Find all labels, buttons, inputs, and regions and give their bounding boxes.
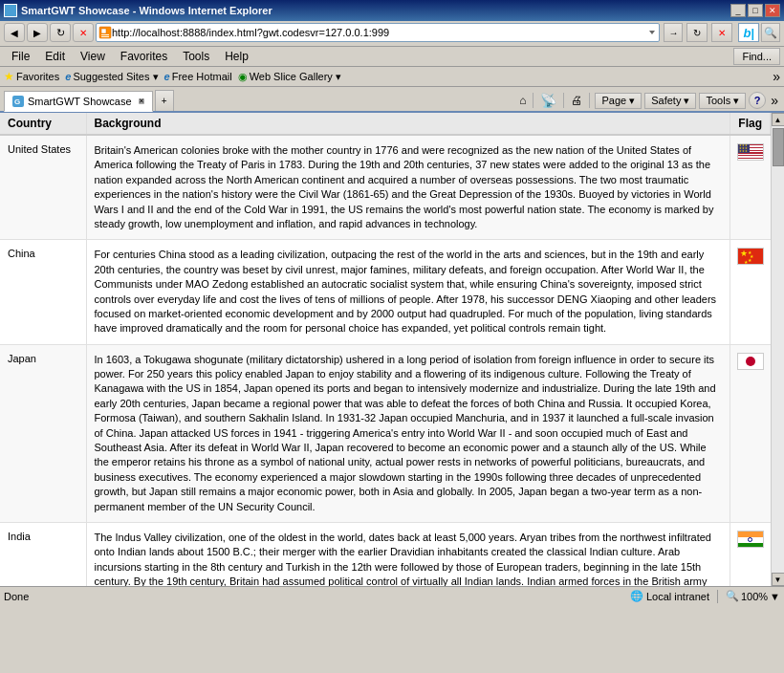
toolbar-sep-3 bbox=[589, 93, 590, 108]
safety-dropdown[interactable]: Safety ▾ bbox=[644, 93, 696, 109]
web-slice-gallery-item[interactable]: ◉ Web Slice Gallery ▾ bbox=[238, 71, 341, 83]
flag-us: ★★★★★★★★★ bbox=[737, 143, 764, 161]
new-tab-button[interactable]: + bbox=[155, 90, 174, 111]
stop-button[interactable]: ✕ bbox=[73, 23, 94, 42]
toolbar-sep-1 bbox=[533, 93, 534, 108]
table-content: Country Background Flag United StatesBri… bbox=[0, 113, 771, 586]
address-bar[interactable] bbox=[96, 23, 660, 42]
col-background[interactable]: Background bbox=[86, 113, 730, 135]
suggested-sites-item[interactable]: e Suggested Sites ▾ bbox=[65, 71, 158, 83]
refresh-btn2[interactable]: ↻ bbox=[686, 23, 708, 42]
maximize-button[interactable]: □ bbox=[748, 4, 763, 17]
svg-rect-3 bbox=[101, 36, 109, 37]
page-icon bbox=[98, 26, 112, 39]
print-button[interactable]: 🖨 bbox=[569, 93, 584, 108]
favorites-label: Favorites bbox=[16, 71, 59, 82]
address-input[interactable] bbox=[112, 27, 645, 38]
table-row: United StatesBritain's American colonies… bbox=[0, 135, 771, 240]
table-row: IndiaThe Indus Valley civilization, one … bbox=[0, 522, 771, 586]
close-button[interactable]: ✕ bbox=[765, 4, 780, 17]
flag-cell bbox=[730, 522, 771, 586]
nav-row: ◀ ▶ ↻ ✕ → ↻ ✕ b| 🔍 bbox=[4, 23, 780, 42]
find-button[interactable]: Find... bbox=[733, 48, 780, 65]
menu-view[interactable]: View bbox=[73, 48, 113, 65]
background-cell: In 1603, a Tokugawa shogunate (military … bbox=[86, 344, 730, 522]
scroll-bar[interactable]: ▲ ▼ bbox=[771, 113, 784, 586]
free-hotmail-item[interactable]: e Free Hotmail bbox=[164, 71, 232, 82]
browser-toolbar: ◀ ▶ ↻ ✕ → ↻ ✕ b| 🔍 bbox=[0, 21, 784, 47]
menu-file[interactable]: File bbox=[4, 48, 37, 65]
search-submit[interactable]: 🔍 bbox=[761, 23, 780, 42]
svg-rect-2 bbox=[101, 34, 109, 35]
favorites-toolbar-expand[interactable]: » bbox=[773, 69, 780, 84]
status-right: 🌐 Local intranet 🔍 100% ▼ bbox=[630, 590, 780, 603]
table-header: Country Background Flag bbox=[0, 113, 771, 135]
title-bar: SmartGWT Showcase - Windows Internet Exp… bbox=[0, 0, 784, 21]
country-cell: India bbox=[0, 522, 86, 586]
title-bar-left: SmartGWT Showcase - Windows Internet Exp… bbox=[4, 4, 272, 17]
favorites-star-icon: ★ bbox=[4, 70, 14, 83]
favorites-item[interactable]: ★ Favorites bbox=[4, 70, 59, 83]
menu-help[interactable]: Help bbox=[217, 48, 256, 65]
toolbar-sep-2 bbox=[563, 93, 564, 108]
tab-favicon: G bbox=[12, 96, 24, 107]
table-row: ChinaFor centuries China stood as a lead… bbox=[0, 240, 771, 344]
window-title: SmartGWT Showcase - Windows Internet Exp… bbox=[21, 5, 272, 16]
status-sep bbox=[717, 590, 718, 603]
menu-bar: File Edit View Favorites Tools Help Find… bbox=[0, 47, 784, 67]
background-cell: For centuries China stood as a leading c… bbox=[86, 240, 730, 344]
country-table: Country Background Flag United StatesBri… bbox=[0, 113, 771, 586]
back-button[interactable]: ◀ bbox=[4, 23, 25, 42]
favorites-toolbar: ★ Favorites e Suggested Sites ▾ e Free H… bbox=[0, 67, 784, 87]
svg-rect-1 bbox=[101, 29, 106, 33]
help-button[interactable]: ? bbox=[749, 92, 766, 109]
svg-marker-4 bbox=[649, 31, 655, 34]
scroll-thumb[interactable] bbox=[773, 128, 784, 166]
forward-button[interactable]: ▶ bbox=[27, 23, 48, 42]
menu-tools[interactable]: Tools bbox=[175, 48, 217, 65]
scroll-up-button[interactable]: ▲ bbox=[772, 113, 785, 126]
home-button[interactable]: ⌂ bbox=[517, 93, 528, 108]
zoom-dropdown-icon: ▼ bbox=[770, 591, 780, 602]
tools-dropdown[interactable]: Tools ▾ bbox=[699, 93, 746, 109]
feed-button[interactable]: 📡 bbox=[538, 92, 558, 109]
zone-area: 🌐 Local intranet bbox=[630, 590, 709, 602]
refresh-button[interactable]: ↻ bbox=[50, 23, 71, 42]
dropdown-arrow bbox=[647, 28, 657, 37]
flag-cell bbox=[730, 344, 771, 522]
active-tab-label: SmartGWT Showcase bbox=[28, 96, 132, 107]
tab-close-button[interactable]: ✕ bbox=[139, 98, 144, 104]
flag-cell: ★ ★ ★ ★ ★ bbox=[730, 240, 771, 344]
go-button[interactable]: → bbox=[664, 23, 683, 42]
svg-text:G: G bbox=[14, 98, 20, 106]
table-row: JapanIn 1603, a Tokugawa shogunate (mili… bbox=[0, 344, 771, 522]
web-slice-icon: ◉ bbox=[238, 71, 248, 83]
bing-logo: b| bbox=[743, 26, 754, 40]
zoom-icon: 🔍 bbox=[726, 590, 739, 602]
flag-china: ★ ★ ★ ★ ★ bbox=[737, 248, 764, 265]
stop-btn2[interactable]: ✕ bbox=[711, 23, 732, 42]
menu-favorites[interactable]: Favorites bbox=[113, 48, 175, 65]
col-flag[interactable]: Flag bbox=[730, 113, 771, 135]
hotmail-icon: e bbox=[164, 71, 170, 82]
expand-button[interactable]: » bbox=[769, 92, 780, 109]
web-slice-label: Web Slice Gallery ▾ bbox=[250, 71, 341, 83]
tabs-row: G SmartGWT Showcase ✕ + ⌂ 📡 🖨 Page ▾ Saf… bbox=[0, 87, 784, 113]
page-dropdown[interactable]: Page ▾ bbox=[595, 93, 642, 109]
flag-japan bbox=[737, 353, 764, 370]
status-bar: Done 🌐 Local intranet 🔍 100% ▼ bbox=[0, 586, 784, 605]
title-bar-buttons[interactable]: _ □ ✕ bbox=[730, 4, 780, 17]
menu-edit[interactable]: Edit bbox=[37, 48, 73, 65]
scroll-down-button[interactable]: ▼ bbox=[772, 573, 785, 586]
page-toolbar: ⌂ 📡 🖨 Page ▾ Safety ▾ Tools ▾ ? » bbox=[517, 92, 780, 111]
background-cell: Britain's American colonies broke with t… bbox=[86, 135, 730, 240]
col-country[interactable]: Country bbox=[0, 113, 86, 135]
ie-icon bbox=[4, 4, 17, 17]
zoom-area[interactable]: 🔍 100% ▼ bbox=[726, 590, 780, 602]
minimize-button[interactable]: _ bbox=[730, 4, 746, 17]
free-hotmail-label: Free Hotmail bbox=[172, 71, 232, 82]
active-tab[interactable]: G SmartGWT Showcase ✕ bbox=[4, 91, 153, 112]
zone-label: Local intranet bbox=[646, 591, 709, 602]
flag-india bbox=[737, 531, 764, 548]
suggested-sites-label: Suggested Sites ▾ bbox=[73, 71, 158, 83]
